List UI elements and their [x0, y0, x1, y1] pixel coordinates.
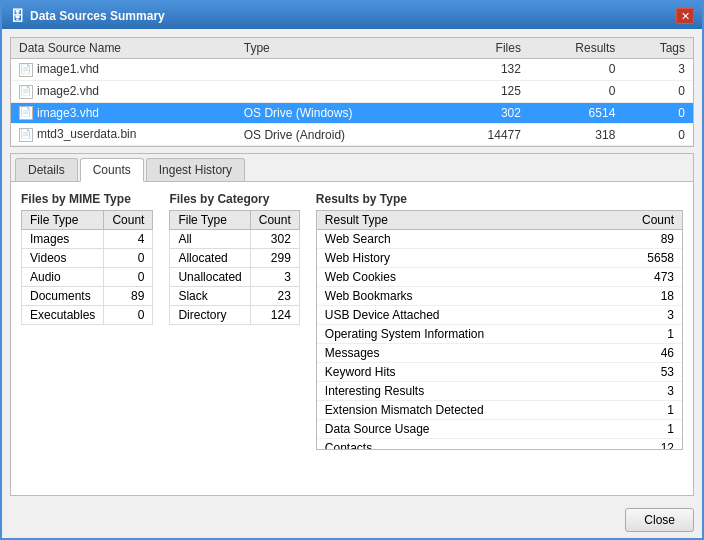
- category-section: Files by Category File Type Count All302…: [169, 192, 299, 485]
- result-row: Messages46: [317, 344, 682, 363]
- file-icon: 📄: [19, 106, 33, 120]
- mime-type-section: Files by MIME Type File Type Count Image…: [21, 192, 153, 485]
- cat-type: Directory: [170, 306, 250, 325]
- result-count: 473: [603, 268, 682, 287]
- data-sources-table-section: Data Source Name Type Files Results Tags…: [10, 37, 694, 147]
- result-row: Interesting Results3: [317, 382, 682, 401]
- mime-count: 4: [104, 230, 153, 249]
- cat-count: 299: [250, 249, 299, 268]
- cat-count: 3: [250, 268, 299, 287]
- bottom-bar: Close: [2, 504, 702, 538]
- file-icon: 📄: [19, 63, 33, 77]
- result-count: 3: [603, 306, 682, 325]
- results-title: Results by Type: [316, 192, 683, 206]
- category-title: Files by Category: [169, 192, 299, 206]
- table-row[interactable]: 📄mtd3_userdata.bin OS Drive (Android) 14…: [11, 124, 693, 146]
- results-table-wrapper[interactable]: Result Type Count Web Search89Web Histor…: [316, 210, 683, 450]
- cat-type: Slack: [170, 287, 250, 306]
- cat-col-count: Count: [250, 211, 299, 230]
- result-row: Operating System Information1: [317, 325, 682, 344]
- mime-row: Executables0: [22, 306, 153, 325]
- cell-files: 125: [446, 80, 529, 102]
- result-row: Contacts12: [317, 439, 682, 451]
- cell-results: 0: [529, 59, 623, 81]
- mime-count: 0: [104, 306, 153, 325]
- mime-type: Executables: [22, 306, 104, 325]
- main-window: 🗄 Data Sources Summary ✕ Data Source Nam…: [0, 0, 704, 540]
- tabs-section: Details Counts Ingest History Files by M…: [10, 153, 694, 496]
- category-row: Directory124: [170, 306, 299, 325]
- result-type: Web Search: [317, 230, 604, 249]
- cell-type: [236, 59, 446, 81]
- main-content: Data Source Name Type Files Results Tags…: [2, 29, 702, 504]
- result-count: 18: [603, 287, 682, 306]
- cell-tags: 3: [623, 59, 693, 81]
- tab-ingest-history[interactable]: Ingest History: [146, 158, 245, 181]
- titlebar: 🗄 Data Sources Summary ✕: [2, 3, 702, 29]
- tab-details[interactable]: Details: [15, 158, 78, 181]
- data-sources-table: Data Source Name Type Files Results Tags…: [11, 38, 693, 146]
- mime-col-count: Count: [104, 211, 153, 230]
- cat-count: 302: [250, 230, 299, 249]
- mime-type-title: Files by MIME Type: [21, 192, 153, 206]
- cell-files: 132: [446, 59, 529, 81]
- result-row: Web History5658: [317, 249, 682, 268]
- result-row: Keyword Hits53: [317, 363, 682, 382]
- table-row[interactable]: 📄image2.vhd 125 0 0: [11, 80, 693, 102]
- result-type: Data Source Usage: [317, 420, 604, 439]
- cell-tags: 0: [623, 124, 693, 146]
- result-count: 46: [603, 344, 682, 363]
- result-row: Extension Mismatch Detected1: [317, 401, 682, 420]
- mime-col-type: File Type: [22, 211, 104, 230]
- mime-row: Videos0: [22, 249, 153, 268]
- table-row[interactable]: 📄image1.vhd 132 0 3: [11, 59, 693, 81]
- result-count: 5658: [603, 249, 682, 268]
- cell-name: 📄image3.vhd: [11, 102, 236, 124]
- cat-count: 124: [250, 306, 299, 325]
- result-type: Operating System Information: [317, 325, 604, 344]
- category-row: Allocated299: [170, 249, 299, 268]
- mime-row: Audio0: [22, 268, 153, 287]
- cat-count: 23: [250, 287, 299, 306]
- titlebar-left: 🗄 Data Sources Summary: [10, 8, 165, 24]
- res-col-type: Result Type: [317, 211, 604, 230]
- col-header-files: Files: [446, 38, 529, 59]
- cat-type: Allocated: [170, 249, 250, 268]
- cell-name: 📄mtd3_userdata.bin: [11, 124, 236, 146]
- result-count: 1: [603, 401, 682, 420]
- cat-type: All: [170, 230, 250, 249]
- cell-files: 302: [446, 102, 529, 124]
- col-header-results: Results: [529, 38, 623, 59]
- window-title: Data Sources Summary: [30, 9, 165, 23]
- mime-type: Images: [22, 230, 104, 249]
- result-count: 1: [603, 325, 682, 344]
- result-type: Web History: [317, 249, 604, 268]
- cell-tags: 0: [623, 80, 693, 102]
- result-row: Data Source Usage1: [317, 420, 682, 439]
- window-close-button[interactable]: ✕: [676, 8, 694, 24]
- result-type: Contacts: [317, 439, 604, 451]
- results-section: Results by Type Result Type Count Web Se…: [316, 192, 683, 485]
- mime-row: Images4: [22, 230, 153, 249]
- col-header-name: Data Source Name: [11, 38, 236, 59]
- mime-type: Audio: [22, 268, 104, 287]
- category-table: File Type Count All302Allocated299Unallo…: [169, 210, 299, 325]
- result-count: 3: [603, 382, 682, 401]
- result-type: Extension Mismatch Detected: [317, 401, 604, 420]
- cell-type: OS Drive (Windows): [236, 102, 446, 124]
- result-type: Web Bookmarks: [317, 287, 604, 306]
- close-button[interactable]: Close: [625, 508, 694, 532]
- res-col-count: Count: [603, 211, 682, 230]
- result-count: 1: [603, 420, 682, 439]
- cell-files: 14477: [446, 124, 529, 146]
- result-type: Keyword Hits: [317, 363, 604, 382]
- cell-results: 0: [529, 80, 623, 102]
- mime-row: Documents89: [22, 287, 153, 306]
- cell-type: [236, 80, 446, 102]
- table-row[interactable]: 📄image3.vhd OS Drive (Windows) 302 6514 …: [11, 102, 693, 124]
- result-type: Interesting Results: [317, 382, 604, 401]
- cell-name: 📄image2.vhd: [11, 80, 236, 102]
- tab-bar: Details Counts Ingest History: [11, 154, 693, 182]
- tab-counts[interactable]: Counts: [80, 158, 144, 182]
- result-count: 53: [603, 363, 682, 382]
